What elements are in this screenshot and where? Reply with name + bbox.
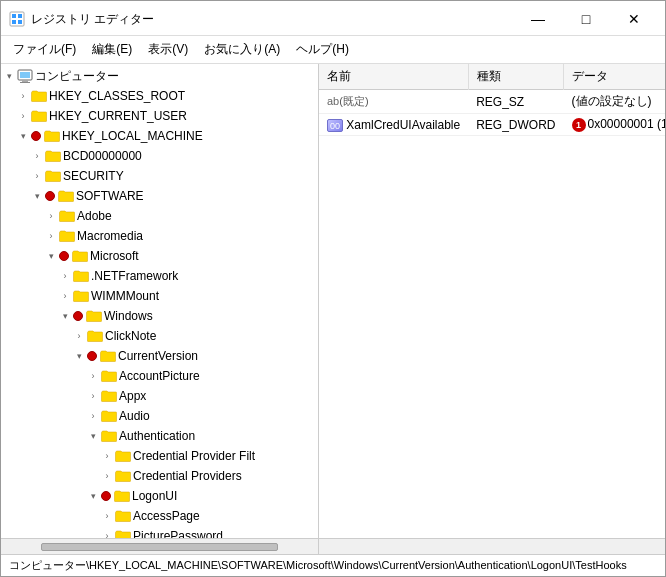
tree-row[interactable]: ▾SOFTWARE — [1, 186, 318, 206]
expand-button[interactable]: › — [99, 468, 115, 484]
expand-button[interactable]: › — [99, 448, 115, 464]
folder-icon — [31, 88, 47, 104]
table-header[interactable]: 名前 — [319, 64, 468, 90]
tree-row[interactable]: ›WIMMMount — [1, 286, 318, 306]
expand-button[interactable]: ▾ — [85, 488, 101, 504]
table-header[interactable]: 種類 — [468, 64, 563, 90]
tree-row[interactable]: ›.NETFramework — [1, 266, 318, 286]
tree-row[interactable]: ▾Microsoft — [1, 246, 318, 266]
tree-row[interactable]: ›Appx — [1, 386, 318, 406]
tree-row[interactable]: ›AccountPicture — [1, 366, 318, 386]
expand-button[interactable]: ▾ — [57, 308, 73, 324]
folder-icon — [101, 408, 117, 424]
tree-row[interactable]: ›PicturePassword — [1, 526, 318, 538]
expand-button[interactable]: › — [57, 288, 73, 304]
tree-row[interactable]: ›Macromedia — [1, 226, 318, 246]
tree-row[interactable]: ▾HKEY_LOCAL_MACHINE — [1, 126, 318, 146]
tree-row[interactable]: ›AccessPage — [1, 506, 318, 526]
title-bar-buttons: — □ ✕ — [515, 7, 657, 31]
expand-button[interactable]: › — [57, 268, 73, 284]
tree-node[interactable]: ›.NETFramework — [1, 266, 318, 286]
tree-node-label: PicturePassword — [131, 529, 223, 538]
tree-node[interactable]: ›SECURITY — [1, 166, 318, 186]
tree-node[interactable]: ›WIMMMount — [1, 286, 318, 306]
expand-button[interactable]: › — [99, 528, 115, 538]
table-row[interactable]: 00 XamlCredUIAvailableREG_DWORD10x000000… — [319, 114, 665, 136]
tree-node[interactable]: ▾Microsoft — [1, 246, 318, 266]
table-row[interactable]: ab(既定)REG_SZ(値の設定なし) — [319, 90, 665, 114]
expand-button[interactable]: › — [85, 388, 101, 404]
registry-type-cell: REG_DWORD — [468, 114, 563, 136]
tree-node[interactable]: ▾HKEY_LOCAL_MACHINE — [1, 126, 318, 146]
menu-item-f[interactable]: ファイル(F) — [5, 38, 84, 61]
tree-row[interactable]: ›Credential Provider Filt — [1, 446, 318, 466]
tree-node[interactable]: ›AccountPicture — [1, 366, 318, 386]
tree-node-label: LogonUI — [130, 489, 177, 503]
tree-node[interactable]: ▾コンピューター — [1, 66, 318, 86]
tree-node[interactable]: ›Credential Provider Filt — [1, 446, 318, 466]
expand-button[interactable]: ▾ — [43, 248, 59, 264]
tree-node[interactable]: ›HKEY_CURRENT_USER — [1, 106, 318, 126]
registry-data-cell: (値の設定なし) — [564, 90, 665, 114]
expand-button[interactable]: ▾ — [71, 348, 87, 364]
menu-item-e[interactable]: 編集(E) — [84, 38, 140, 61]
tree-row[interactable]: ▾LogonUI — [1, 486, 318, 506]
right-scrollbar-h[interactable] — [319, 538, 665, 554]
tree-node[interactable]: ›PicturePassword — [1, 526, 318, 538]
expand-button[interactable]: ▾ — [1, 68, 17, 84]
tree-node[interactable]: ›Macromedia — [1, 226, 318, 246]
expand-button[interactable]: › — [43, 208, 59, 224]
expand-button[interactable]: ▾ — [15, 128, 31, 144]
tree-node[interactable]: ›Adobe — [1, 206, 318, 226]
tree-row[interactable]: ▾Windows — [1, 306, 318, 326]
tree-row[interactable]: ▾CurrentVersion — [1, 346, 318, 366]
tree-row[interactable]: ▾Authentication — [1, 426, 318, 446]
tree-node[interactable]: ›Audio — [1, 406, 318, 426]
expand-button[interactable]: › — [29, 148, 45, 164]
tree-row[interactable]: ▾コンピューター — [1, 66, 318, 86]
tree-node[interactable]: ▾SOFTWARE — [1, 186, 318, 206]
tree-row[interactable]: ›HKEY_CLASSES_ROOT — [1, 86, 318, 106]
expand-button[interactable]: › — [85, 368, 101, 384]
tree-node[interactable]: ›Credential Providers — [1, 466, 318, 486]
expand-button[interactable]: › — [15, 108, 31, 124]
tree-node[interactable]: ▾CurrentVersion — [1, 346, 318, 366]
tree-row[interactable]: ›HKEY_CURRENT_USER — [1, 106, 318, 126]
expand-button[interactable]: ▾ — [29, 188, 45, 204]
expand-button[interactable]: › — [29, 168, 45, 184]
tree-row[interactable]: ›Audio — [1, 406, 318, 426]
expand-button[interactable]: › — [71, 328, 87, 344]
tree-node[interactable]: ›AccessPage — [1, 506, 318, 526]
close-button[interactable]: ✕ — [611, 7, 657, 31]
tree-row[interactable]: ›BCD00000000 — [1, 146, 318, 166]
folder-icon — [115, 448, 131, 464]
tree-scrollbar-h[interactable] — [1, 538, 318, 554]
expand-button[interactable]: › — [99, 508, 115, 524]
tree-row[interactable]: ›Adobe — [1, 206, 318, 226]
expand-button[interactable]: ▾ — [85, 428, 101, 444]
tree-node[interactable]: ›ClickNote — [1, 326, 318, 346]
menu-item-a[interactable]: お気に入り(A) — [196, 38, 288, 61]
menu-item-h[interactable]: ヘルプ(H) — [288, 38, 357, 61]
right-table[interactable]: 名前種類データ ab(既定)REG_SZ(値の設定なし)00 XamlCredU… — [319, 64, 665, 538]
tree-row[interactable]: ›SECURITY — [1, 166, 318, 186]
tree-node[interactable]: ▾Authentication — [1, 426, 318, 446]
tree-node[interactable]: ▾Windows — [1, 306, 318, 326]
menu-item-v[interactable]: 表示(V) — [140, 38, 196, 61]
minimize-button[interactable]: — — [515, 7, 561, 31]
table-header[interactable]: データ — [564, 64, 665, 90]
expand-button[interactable]: › — [43, 228, 59, 244]
tree-row[interactable]: ›Credential Providers — [1, 466, 318, 486]
tree-row[interactable]: ›ClickNote — [1, 326, 318, 346]
tree-container[interactable]: ▾コンピューター›HKEY_CLASSES_ROOT›HKEY_CURRENT_… — [1, 64, 318, 538]
tree-node-label: CurrentVersion — [116, 349, 198, 363]
maximize-button[interactable]: □ — [563, 7, 609, 31]
default-value-icon: ab — [327, 95, 339, 107]
expand-button[interactable]: › — [85, 408, 101, 424]
tree-node[interactable]: ›BCD00000000 — [1, 146, 318, 166]
tree-node[interactable]: ›HKEY_CLASSES_ROOT — [1, 86, 318, 106]
tree-node[interactable]: ›Appx — [1, 386, 318, 406]
tree-node-label: Adobe — [75, 209, 112, 223]
expand-button[interactable]: › — [15, 88, 31, 104]
tree-node[interactable]: ▾LogonUI — [1, 486, 318, 506]
